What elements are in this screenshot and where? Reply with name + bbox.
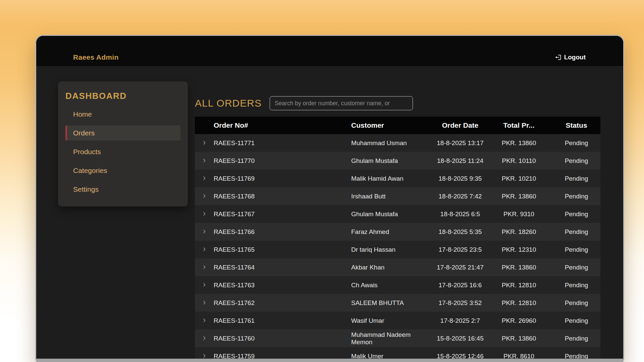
- table-row[interactable]: ›RAEES-11762SALEEM BHUTTA17-8-2025 3:52P…: [195, 294, 600, 312]
- cell-total-price: PKR. 13860: [485, 193, 552, 200]
- table-row[interactable]: ›RAEES-11771Muhammad Usman18-8-2025 13:1…: [195, 134, 600, 152]
- table-row[interactable]: ›RAEES-11766Faraz Ahmed18-8-2025 5:35PKR…: [195, 223, 600, 241]
- expand-cell: ›: [195, 156, 214, 165]
- table-row[interactable]: ›RAEES-11764Akbar Khan17-8-2025 21:47PKR…: [195, 258, 600, 276]
- expand-chevron-icon[interactable]: ›: [203, 156, 206, 164]
- cell-total-price: PKR. 12810: [485, 282, 552, 289]
- cell-order-no: RAEES-11770: [214, 157, 351, 165]
- table-row[interactable]: ›RAEES-11769Malik Hamid Awan18-8-2025 9:…: [195, 170, 600, 187]
- logout-button[interactable]: Logout: [555, 54, 586, 61]
- table-row[interactable]: ›RAEES-11765Dr tariq Hassan17-8-2025 23:…: [195, 241, 600, 258]
- cell-total-price: PKR. 13860: [485, 264, 552, 271]
- expand-cell: ›: [195, 334, 214, 343]
- table-row[interactable]: ›RAEES-11760Muhammad Nadeem Memon15-8-20…: [195, 329, 600, 347]
- sidebar-item-orders[interactable]: Orders: [65, 125, 180, 140]
- sidebar-item-label: Categories: [73, 167, 107, 175]
- cell-status: Pending: [552, 157, 600, 165]
- expand-chevron-icon[interactable]: ›: [203, 173, 206, 182]
- search-input[interactable]: [270, 96, 413, 110]
- cell-order-date: 18-8-2025 13:17: [435, 139, 485, 147]
- cell-total-price: PKR. 12810: [485, 299, 552, 307]
- cell-total-price: PKR. 9310: [485, 210, 552, 218]
- orders-table: Order No# Customer Order Date Total Pr..…: [195, 117, 600, 359]
- sidebar-item-home[interactable]: Home: [65, 107, 180, 122]
- expand-chevron-icon[interactable]: ›: [203, 244, 206, 253]
- table-row[interactable]: ›RAEES-11768Irshaad Butt18-8-2025 7:42PK…: [195, 187, 600, 205]
- expand-chevron-icon[interactable]: ›: [203, 262, 206, 271]
- cell-order-no: RAEES-11760: [214, 335, 351, 342]
- logout-label: Logout: [564, 54, 586, 61]
- sidebar-item-products[interactable]: Products: [65, 144, 180, 159]
- cell-order-date: 18-8-2025 6:5: [435, 210, 485, 218]
- header-order-no: Order No#: [214, 121, 351, 129]
- expand-chevron-icon[interactable]: ›: [203, 209, 206, 218]
- cell-total-price: PKR. 8610: [485, 353, 552, 359]
- cell-order-no: RAEES-11762: [214, 299, 351, 307]
- table-row[interactable]: ›RAEES-11763Ch Awais17-8-2025 16:6PKR. 1…: [195, 276, 600, 294]
- expand-chevron-icon[interactable]: ›: [203, 191, 206, 200]
- cell-status: Pending: [552, 228, 600, 236]
- expand-cell: ›: [195, 245, 214, 254]
- cell-status: Pending: [552, 335, 600, 342]
- header-total-price: Total Pr...: [485, 121, 552, 129]
- sidebar-item-categories[interactable]: Categories: [65, 163, 180, 178]
- cell-total-price: PKR. 10210: [485, 175, 552, 182]
- expand-chevron-icon[interactable]: ›: [203, 315, 206, 324]
- sidebar-item-label: Home: [73, 110, 92, 118]
- cell-status: Pending: [552, 264, 600, 271]
- expand-chevron-icon[interactable]: ›: [203, 280, 206, 289]
- expand-chevron-icon[interactable]: ›: [203, 138, 206, 146]
- cell-order-date: 17-8-2025 3:52: [435, 299, 485, 307]
- cell-customer: Malik Hamid Awan: [351, 175, 435, 182]
- table-body: ›RAEES-11771Muhammad Usman18-8-2025 13:1…: [195, 134, 600, 359]
- expand-cell: ›: [195, 352, 214, 359]
- cell-order-no: RAEES-11761: [214, 317, 351, 324]
- expand-chevron-icon[interactable]: ›: [203, 351, 206, 359]
- sidebar-title: DASHBOARD: [58, 81, 188, 101]
- cell-order-date: 18-8-2025 9:35: [435, 175, 485, 182]
- cell-status: Pending: [552, 193, 600, 200]
- cell-customer: Dr tariq Hassan: [351, 246, 435, 253]
- cell-customer: Malik Umer: [351, 353, 435, 359]
- sidebar-menu: HomeOrdersProductsCategoriesSettings: [58, 107, 188, 197]
- orders-panel: ALL ORDERS Order No# Customer Order Date…: [195, 66, 600, 359]
- cell-order-date: 17-8-2025 21:47: [435, 264, 485, 271]
- expand-cell: ›: [195, 227, 214, 236]
- page-title: ALL ORDERS: [195, 98, 262, 109]
- cell-customer: Irshaad Butt: [351, 193, 435, 200]
- cell-customer: Muhammad Nadeem Memon: [351, 331, 435, 346]
- table-row[interactable]: ›RAEES-11759Malik Umer15-8-2025 12:46PKR…: [195, 347, 600, 359]
- cell-order-no: RAEES-11767: [214, 210, 351, 218]
- table-header-row: Order No# Customer Order Date Total Pr..…: [195, 117, 600, 134]
- laptop-frame: Raees Admin Logout DASHBOARD HomeOrdersP…: [35, 35, 624, 362]
- cell-total-price: PKR. 18260: [485, 228, 552, 236]
- cell-order-date: 18-8-2025 11:24: [435, 157, 485, 165]
- cell-total-price: PKR. 13860: [485, 335, 552, 342]
- header-order-date: Order Date: [435, 121, 485, 129]
- expand-chevron-icon[interactable]: ›: [203, 298, 206, 306]
- sidebar: DASHBOARD HomeOrdersProductsCategoriesSe…: [58, 81, 188, 206]
- expand-cell: ›: [195, 192, 214, 201]
- sidebar-item-label: Settings: [73, 185, 99, 193]
- cell-customer: Ghulam Mustafa: [351, 157, 435, 164]
- cell-order-no: RAEES-11768: [214, 193, 351, 200]
- expand-chevron-icon[interactable]: ›: [203, 333, 206, 342]
- cell-order-no: RAEES-11763: [214, 282, 351, 289]
- content-area: DASHBOARD HomeOrdersProductsCategoriesSe…: [36, 66, 623, 359]
- cell-customer: Ghulam Mustafa: [351, 210, 435, 218]
- top-bar: Raees Admin Logout: [36, 36, 623, 66]
- cell-customer: Faraz Ahmed: [351, 228, 435, 235]
- table-row[interactable]: ›RAEES-11761Wasif Umar17-8-2025 2:7PKR. …: [195, 312, 600, 329]
- table-row[interactable]: ›RAEES-11770Ghulam Mustafa18-8-2025 11:2…: [195, 152, 600, 170]
- sidebar-item-settings[interactable]: Settings: [65, 182, 180, 197]
- header-status: Status: [552, 121, 600, 129]
- cell-order-no: RAEES-11764: [214, 264, 351, 271]
- cell-order-no: RAEES-11771: [214, 139, 351, 147]
- expand-chevron-icon[interactable]: ›: [203, 227, 206, 235]
- expand-cell: ›: [195, 138, 214, 147]
- cell-order-no: RAEES-11766: [214, 228, 351, 236]
- table-row[interactable]: ›RAEES-11767Ghulam Mustafa18-8-2025 6:5P…: [195, 205, 600, 223]
- cell-total-price: PKR. 13860: [485, 139, 552, 147]
- cell-order-date: 15-8-2025 12:46: [435, 353, 485, 359]
- cell-total-price: PKR. 26960: [485, 317, 552, 324]
